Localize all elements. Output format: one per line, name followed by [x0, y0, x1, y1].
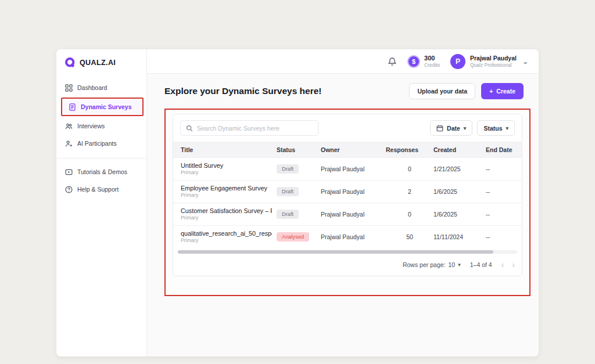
responses-cell: 0	[386, 211, 433, 218]
avatar: P	[450, 54, 465, 69]
column-header-created: Created	[433, 146, 486, 153]
next-page-button[interactable]: ›	[512, 261, 515, 269]
upload-data-button[interactable]: Upload your data	[409, 83, 475, 99]
sidebar-divider	[56, 158, 146, 158]
status-badge: Draft	[277, 210, 299, 219]
date-filter-button[interactable]: Date ▾	[430, 120, 472, 136]
end-date-cell: --	[486, 211, 522, 218]
sidebar-item-label: Dashboard	[77, 84, 107, 91]
calendar-icon	[436, 125, 443, 132]
person-plus-icon	[64, 139, 73, 147]
brand-name: QUALZ.AI	[80, 59, 116, 67]
caret-down-icon: ▾	[464, 125, 467, 131]
end-date-cell: --	[486, 233, 522, 240]
survey-title: Customer Satisfaction Survey – Produc	[181, 207, 272, 215]
survey-subtitle: Primary	[181, 192, 272, 199]
main-content: Explore your Dynamic Surveys here! Uploa…	[147, 74, 539, 356]
survey-subtitle: Primary	[181, 170, 272, 176]
previous-page-button[interactable]: ‹	[501, 261, 504, 269]
table-row[interactable]: Customer Satisfaction Survey – Produc Pr…	[173, 203, 522, 225]
owner-cell: Prajwal Paudyal	[321, 188, 386, 195]
end-date-cell: --	[486, 165, 522, 172]
search-input[interactable]	[197, 125, 313, 132]
credits-value: 300	[424, 55, 440, 62]
responses-cell: 0	[386, 165, 433, 172]
horizontal-scrollbar[interactable]	[178, 250, 517, 254]
survey-title: qualitative_research_ai_50_responses_	[181, 229, 272, 238]
sidebar-item-ai-participants[interactable]: AI Participants	[56, 135, 146, 152]
owner-cell: Prajwal Paudyal	[321, 211, 386, 218]
annotation-box-table: Date ▾ Status ▾ Title	[164, 109, 531, 296]
sidebar-item-interviews[interactable]: Interviews	[56, 117, 146, 135]
column-header-title: Title	[173, 146, 277, 153]
table-row[interactable]: Untitled Survey Primary Draft Prajwal Pa…	[173, 157, 522, 180]
table-row[interactable]: Employee Engagement Survey Primary Draft…	[173, 180, 522, 203]
survey-subtitle: Primary	[181, 215, 272, 222]
sidebar-item-label: Dynamic Surveys	[81, 103, 132, 110]
page-header: Explore your Dynamic Surveys here! Uploa…	[164, 83, 531, 99]
rows-per-page-value: 10	[448, 261, 455, 268]
pagination-bar: Rows per page: 10 ▾ 1–4 of 4 ‹ ›	[173, 254, 522, 276]
create-button-label: Create	[496, 88, 515, 95]
credits-coin-icon: $	[407, 55, 420, 68]
surveys-table-card: Date ▾ Status ▾ Title	[173, 114, 522, 276]
people-icon	[64, 122, 73, 130]
chevron-down-icon: ⌄	[522, 57, 528, 66]
table-header-row: Title Status Owner Responses Created End…	[173, 142, 522, 157]
sidebar-item-dashboard[interactable]: Dashboard	[56, 79, 146, 96]
search-box[interactable]	[180, 120, 318, 136]
owner-cell: Prajwal Paudyal	[321, 165, 386, 172]
end-date-cell: --	[486, 188, 522, 195]
rows-per-page-label: Rows per page:	[403, 261, 446, 268]
status-filter-label: Status	[483, 125, 502, 132]
sidebar-item-label: AI Participants	[77, 140, 117, 147]
content-column: $ 300 Credits P Prajwal Paudyal Qualz Pr…	[147, 49, 539, 356]
qualz-logo-icon	[64, 57, 76, 69]
header-actions: Upload your data + Create	[409, 83, 524, 99]
sidebar-item-dynamic-surveys[interactable]: Dynamic Surveys	[62, 99, 142, 115]
created-cell: 1/6/2025	[433, 188, 486, 195]
created-cell: 1/6/2025	[433, 211, 486, 218]
table-row[interactable]: qualitative_research_ai_50_responses_ Pr…	[173, 225, 522, 248]
sidebar-item-help-support[interactable]: Help & Support	[56, 181, 146, 198]
sidebar-item-label: Interviews	[77, 122, 105, 129]
status-badge: Analysed	[277, 232, 309, 242]
caret-down-icon: ▾	[458, 262, 461, 268]
page-title: Explore your Dynamic Surveys here!	[164, 86, 322, 96]
status-filter-button[interactable]: Status ▾	[477, 120, 515, 136]
sidebar-item-tutorials-demos[interactable]: Tutorials & Demos	[56, 163, 146, 181]
column-header-responses: Responses	[386, 146, 433, 153]
table-toolbar: Date ▾ Status ▾	[173, 114, 522, 142]
survey-document-icon	[68, 103, 76, 111]
column-header-end-date: End Date	[486, 146, 522, 153]
survey-title: Untitled Survey	[181, 161, 272, 170]
column-header-owner: Owner	[321, 146, 386, 153]
survey-subtitle: Primary	[181, 237, 272, 244]
status-badge: Draft	[277, 187, 299, 196]
credits-badge[interactable]: $ 300 Credits	[407, 55, 440, 68]
date-filter-label: Date	[447, 125, 460, 132]
table-filters: Date ▾ Status ▾	[430, 120, 515, 136]
table-scroll-area[interactable]: Title Status Owner Responses Created End…	[173, 142, 522, 248]
search-icon	[186, 125, 193, 132]
column-header-status: Status	[277, 146, 321, 153]
created-cell: 11/11/2024	[433, 233, 486, 240]
topbar: $ 300 Credits P Prajwal Paudyal Qualz Pr…	[147, 49, 539, 74]
user-plan: Qualz Professional	[470, 62, 517, 69]
user-name: Prajwal Paudyal	[470, 55, 517, 62]
surveys-table: Title Status Owner Responses Created End…	[173, 142, 522, 248]
responses-cell: 2	[386, 188, 433, 195]
user-menu[interactable]: P Prajwal Paudyal Qualz Professional ⌄	[450, 54, 528, 69]
pagination-range: 1–4 of 4	[470, 261, 492, 268]
credits-label: Credits	[424, 62, 440, 68]
owner-cell: Prajwal Paudyal	[321, 233, 386, 240]
scrollbar-thumb[interactable]	[178, 250, 493, 254]
created-cell: 1/21/2025	[433, 165, 486, 172]
sidebar-item-label: Tutorials & Demos	[77, 168, 127, 175]
help-question-icon	[64, 185, 73, 193]
sidebar-nav: Dashboard Dynamic Surveys	[56, 77, 146, 198]
rows-per-page-select[interactable]: Rows per page: 10 ▾	[403, 261, 461, 268]
notifications-bell-icon[interactable]	[388, 57, 397, 66]
dashboard-grid-icon	[64, 84, 73, 92]
create-button[interactable]: + Create	[481, 83, 524, 99]
